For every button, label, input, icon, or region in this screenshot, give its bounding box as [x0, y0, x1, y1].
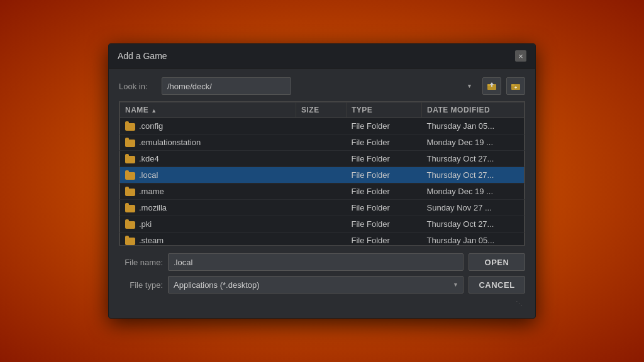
- cell-name: .kde4: [120, 151, 296, 167]
- cell-date: Sunday Nov 27 ...: [422, 200, 525, 216]
- cell-name: .config: [120, 118, 296, 134]
- bottom-area: File name: OPEN File type: Applications …: [119, 253, 525, 293]
- look-in-input[interactable]: [162, 77, 291, 95]
- table-row[interactable]: .emulationstationFile FolderMonday Dec 1…: [120, 134, 525, 151]
- table-header-row: NAME ▲ SIZE TYPE DATE MODIFIED: [120, 102, 525, 118]
- cell-name: .emulationstation: [120, 134, 296, 151]
- table-row[interactable]: .mameFile FolderMonday Dec 19 ...: [120, 184, 525, 200]
- cell-name: .pki: [120, 216, 296, 233]
- cell-size: [296, 151, 347, 167]
- table-row[interactable]: .kde4File FolderThursday Oct 27...: [120, 151, 525, 167]
- cell-type: File Folder: [347, 134, 422, 151]
- col-header-name[interactable]: NAME ▲: [120, 102, 296, 118]
- cell-date: Thursday Oct 27...: [422, 151, 525, 167]
- cell-size: [296, 216, 347, 233]
- file-list-scroll[interactable]: NAME ▲ SIZE TYPE DATE MODIFIED .configFi…: [119, 102, 525, 245]
- file-name-row: File name: OPEN: [119, 253, 525, 271]
- col-header-size[interactable]: SIZE: [296, 102, 347, 118]
- cell-type: File Folder: [347, 216, 422, 233]
- cell-name: .mame: [120, 184, 296, 200]
- look-in-combo-wrapper[interactable]: [162, 77, 477, 95]
- add-game-dialog: Add a Game × Look in:: [108, 43, 536, 319]
- cell-type: File Folder: [347, 167, 422, 184]
- table-row[interactable]: .mozillaFile FolderSunday Nov 27 ...: [120, 200, 525, 216]
- cell-type: File Folder: [347, 118, 422, 134]
- close-button[interactable]: ×: [515, 50, 526, 62]
- cancel-button[interactable]: CANCEL: [469, 276, 525, 293]
- folder-icon: [125, 205, 135, 212]
- up-folder-button[interactable]: [482, 77, 501, 95]
- cell-date: Thursday Oct 27...: [422, 216, 525, 233]
- col-header-type[interactable]: TYPE: [347, 102, 422, 118]
- cell-name: .steam: [120, 233, 296, 246]
- cell-name: .local: [120, 167, 296, 184]
- cell-date: Thursday Jan 05...: [422, 118, 525, 134]
- folder-icon: [125, 238, 135, 245]
- look-in-row: Look in: +: [119, 77, 525, 95]
- folder-icon: [125, 123, 135, 131]
- col-header-date[interactable]: DATE MODIFIED: [422, 102, 525, 118]
- cell-type: File Folder: [347, 233, 422, 246]
- table-row[interactable]: .pkiFile FolderThursday Oct 27...: [120, 216, 525, 233]
- table-row[interactable]: .configFile FolderThursday Jan 05...: [120, 118, 525, 134]
- cell-type: File Folder: [347, 184, 422, 200]
- cell-size: [296, 184, 347, 200]
- new-folder-button[interactable]: +: [506, 77, 525, 95]
- cell-size: [296, 134, 347, 151]
- cell-name: .mozilla: [120, 200, 296, 216]
- resize-handle[interactable]: ⋱: [119, 299, 525, 309]
- cell-date: Monday Dec 19 ...: [422, 184, 525, 200]
- cell-type: File Folder: [347, 200, 422, 216]
- file-name-label: File name:: [119, 258, 163, 267]
- look-in-label: Look in:: [119, 82, 157, 91]
- file-name-input[interactable]: [168, 253, 464, 271]
- file-type-select[interactable]: Applications (*.desktop)All Files (*): [168, 276, 464, 293]
- cell-size: [296, 167, 347, 184]
- cell-size: [296, 200, 347, 216]
- dialog-body: Look in: +: [109, 69, 535, 318]
- svg-rect-1: [487, 84, 491, 86]
- folder-icon: [125, 140, 135, 147]
- folder-icon: [125, 221, 135, 229]
- title-bar: Add a Game ×: [109, 44, 535, 69]
- cell-date: Monday Dec 19 ...: [422, 134, 525, 151]
- cell-date: Thursday Oct 27...: [422, 167, 525, 184]
- folder-icon: [125, 189, 135, 196]
- open-button[interactable]: OPEN: [469, 253, 525, 271]
- svg-marker-2: [490, 82, 494, 85]
- folder-icon: [125, 172, 135, 180]
- file-table-body: .configFile FolderThursday Jan 05....emu…: [120, 118, 525, 246]
- cell-type: File Folder: [347, 151, 422, 167]
- table-row[interactable]: .localFile FolderThursday Oct 27...: [120, 167, 525, 184]
- dialog-title: Add a Game: [118, 51, 167, 61]
- file-type-select-wrapper[interactable]: Applications (*.desktop)All Files (*): [168, 276, 464, 293]
- file-type-row: File type: Applications (*.desktop)All F…: [119, 276, 525, 293]
- cell-size: [296, 233, 347, 246]
- cell-size: [296, 118, 347, 134]
- cell-date: Thursday Jan 05...: [422, 233, 525, 246]
- svg-text:+: +: [514, 85, 518, 90]
- folder-icon: [125, 156, 135, 163]
- file-type-label: File type:: [119, 280, 163, 290]
- svg-rect-3: [491, 85, 492, 87]
- file-table: NAME ▲ SIZE TYPE DATE MODIFIED .configFi…: [119, 102, 525, 245]
- file-list-container: NAME ▲ SIZE TYPE DATE MODIFIED .configFi…: [119, 101, 525, 246]
- table-row[interactable]: .steamFile FolderThursday Jan 05...: [120, 233, 525, 246]
